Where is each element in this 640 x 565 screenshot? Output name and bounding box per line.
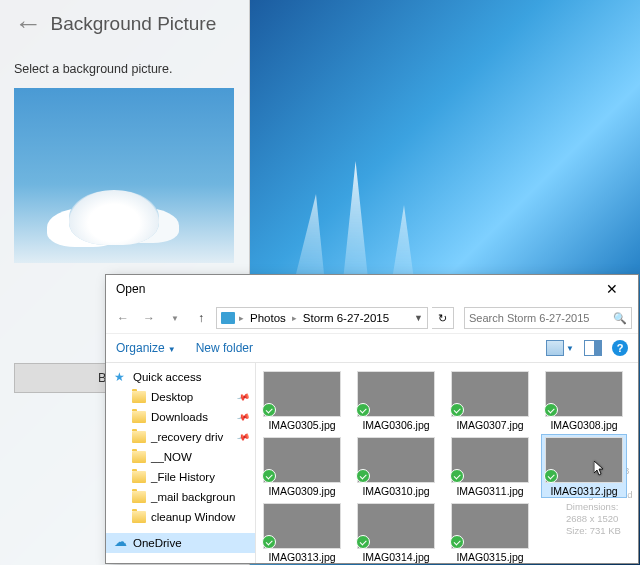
tree-item-label: Downloads	[151, 411, 208, 423]
sync-check-icon	[450, 403, 464, 417]
file-thumbnail[interactable]: IMAG0313.jpg	[260, 501, 344, 563]
nav-back-icon[interactable]: ←	[112, 307, 134, 329]
tree-item[interactable]: __NOW	[106, 447, 255, 467]
chevron-down-icon: ▼	[168, 345, 176, 354]
file-name: IMAG0313.jpg	[268, 551, 335, 563]
file-name: IMAG0315.jpg	[456, 551, 523, 563]
breadcrumb-seg[interactable]: Storm 6-27-2015	[301, 312, 391, 324]
pin-icon: 📌	[236, 390, 251, 404]
file-grid: Date taken: 6/27/2015 9:03 PM Rating: Un…	[256, 363, 638, 563]
bg-preview-thumbnail[interactable]	[14, 88, 234, 263]
nav-up-icon[interactable]: ↑	[190, 307, 212, 329]
folder-icon	[132, 451, 146, 463]
nav-tree: ★ Quick access Desktop📌Downloads📌_recove…	[106, 363, 256, 563]
sync-check-icon	[262, 469, 276, 483]
file-thumbnail[interactable]: IMAG0315.jpg	[448, 501, 532, 563]
file-thumbnail[interactable]: IMAG0307.jpg	[448, 369, 532, 431]
file-thumbnail[interactable]: IMAG0314.jpg	[354, 501, 438, 563]
sync-check-icon	[544, 469, 558, 483]
file-thumbnail[interactable]: IMAG0310.jpg	[354, 435, 438, 497]
tree-item-label: _recovery driv	[151, 431, 223, 443]
new-folder-button[interactable]: New folder	[196, 341, 253, 355]
tree-onedrive[interactable]: ☁ OneDrive	[106, 533, 255, 553]
tree-this-pc[interactable]: 💻 This PC	[106, 559, 255, 563]
file-name: IMAG0312.jpg	[550, 485, 617, 497]
sync-check-icon	[262, 535, 276, 549]
close-icon[interactable]: ✕	[592, 281, 632, 297]
breadcrumb-sep: ▸	[292, 313, 297, 323]
file-name: IMAG0311.jpg	[456, 485, 523, 497]
tree-item-label: _mail backgroun	[151, 491, 235, 503]
sync-check-icon	[262, 403, 276, 417]
tree-item[interactable]: Downloads📌	[106, 407, 255, 427]
tree-item[interactable]: Desktop📌	[106, 387, 255, 407]
view-options-button[interactable]	[546, 340, 564, 356]
search-input[interactable]	[469, 312, 613, 324]
search-box[interactable]: 🔍	[464, 307, 632, 329]
file-thumbnail[interactable]: IMAG0311.jpg	[448, 435, 532, 497]
file-thumbnail[interactable]: IMAG0308.jpg	[542, 369, 626, 431]
file-name: IMAG0305.jpg	[268, 419, 335, 431]
file-name: IMAG0307.jpg	[456, 419, 523, 431]
back-icon[interactable]: ←	[14, 8, 42, 39]
panel-title: Background Picture	[50, 13, 216, 34]
dialog-titlebar: Open ✕	[106, 275, 638, 303]
file-name: IMAG0314.jpg	[362, 551, 429, 563]
pin-icon: 📌	[236, 430, 251, 444]
file-open-dialog: Open ✕ ← → ▼ ↑ ▸ Photos ▸ Storm 6-27-201…	[105, 274, 639, 564]
sync-check-icon	[356, 535, 370, 549]
file-name: IMAG0306.jpg	[362, 419, 429, 431]
nav-forward-icon: →	[138, 307, 160, 329]
address-bar[interactable]: ▸ Photos ▸ Storm 6-27-2015 ▼	[216, 307, 428, 329]
tree-quick-access[interactable]: ★ Quick access	[106, 367, 255, 387]
breadcrumb-sep: ▸	[239, 313, 244, 323]
folder-icon	[132, 391, 146, 403]
file-name: IMAG0308.jpg	[550, 419, 617, 431]
folder-icon	[132, 431, 146, 443]
onedrive-icon: ☁	[114, 537, 128, 549]
folder-icon	[132, 411, 146, 423]
file-thumbnail[interactable]: IMAG0306.jpg	[354, 369, 438, 431]
file-name: IMAG0310.jpg	[362, 485, 429, 497]
help-icon[interactable]: ?	[612, 340, 628, 356]
breadcrumb-seg[interactable]: Photos	[248, 312, 288, 324]
refresh-icon[interactable]: ↻	[432, 307, 454, 329]
tree-item-label: __NOW	[151, 451, 192, 463]
file-name: IMAG0309.jpg	[268, 485, 335, 497]
chevron-down-icon[interactable]: ▼	[164, 307, 186, 329]
sync-check-icon	[450, 535, 464, 549]
tree-item[interactable]: cleanup Window	[106, 507, 255, 527]
preview-pane-button[interactable]	[584, 340, 602, 356]
sync-check-icon	[356, 469, 370, 483]
tree-item[interactable]: _recovery driv📌	[106, 427, 255, 447]
folder-icon	[132, 491, 146, 503]
pin-icon: 📌	[236, 410, 251, 424]
file-thumbnail[interactable]: IMAG0309.jpg	[260, 435, 344, 497]
sync-check-icon	[450, 469, 464, 483]
folder-icon	[132, 511, 146, 523]
sync-check-icon	[544, 403, 558, 417]
folder-icon	[132, 471, 146, 483]
star-icon: ★	[114, 371, 128, 383]
command-bar: Organize▼ New folder ▼ ?	[106, 333, 638, 363]
file-thumbnail[interactable]: IMAG0312.jpg	[542, 435, 626, 497]
tree-item-label: _File History	[151, 471, 215, 483]
tree-item-label: Desktop	[151, 391, 193, 403]
organize-menu[interactable]: Organize▼	[116, 341, 176, 355]
tree-item[interactable]: _File History	[106, 467, 255, 487]
chevron-down-icon[interactable]: ▼	[414, 313, 423, 323]
panel-instruction: Select a background picture.	[14, 62, 235, 76]
tree-item-label: cleanup Window	[151, 511, 235, 523]
file-thumbnail[interactable]: IMAG0305.jpg	[260, 369, 344, 431]
dialog-title: Open	[112, 282, 592, 296]
sync-check-icon	[356, 403, 370, 417]
tree-item[interactable]: _mail backgroun	[106, 487, 255, 507]
chevron-down-icon[interactable]: ▼	[566, 344, 574, 353]
photos-folder-icon	[221, 312, 235, 324]
search-icon[interactable]: 🔍	[613, 312, 627, 325]
nav-row: ← → ▼ ↑ ▸ Photos ▸ Storm 6-27-2015 ▼ ↻ 🔍	[106, 303, 638, 333]
